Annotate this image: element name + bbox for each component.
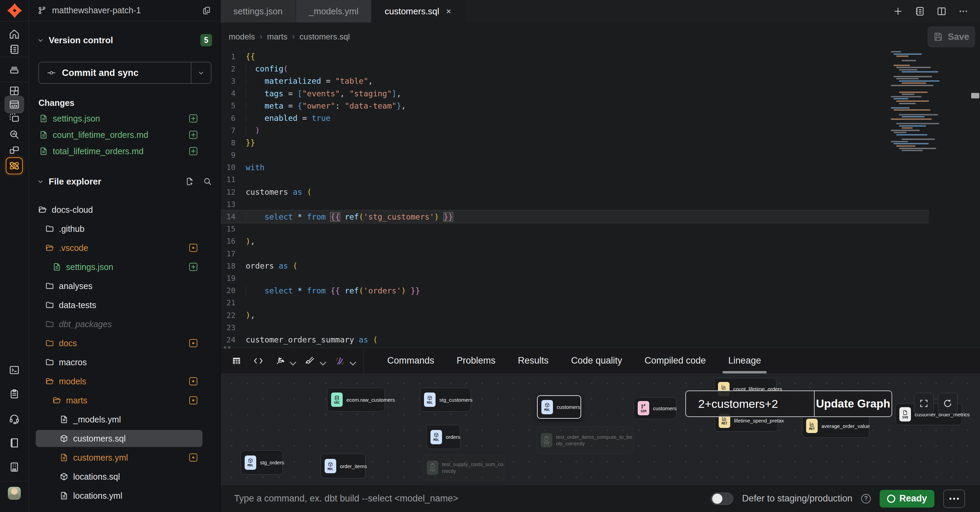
changed-file-row[interactable]: count_lifetime_orders.md xyxy=(29,127,220,143)
code-line[interactable]: 17 xyxy=(221,247,929,260)
code-line[interactable]: 22), xyxy=(221,309,929,321)
layers-icon[interactable] xyxy=(9,64,20,75)
commit-dropdown-button[interactable] xyxy=(191,62,211,83)
tab--models-yml[interactable]: _models.yml xyxy=(296,0,372,22)
open-files-icon[interactable] xyxy=(915,6,925,16)
lineage-node-average-order-value[interactable]: METaverage_order_value xyxy=(802,414,869,438)
dashboard-grid-icon[interactable] xyxy=(9,85,20,96)
panel-tab-results[interactable]: Results xyxy=(507,348,560,373)
panel-tab-problems[interactable]: Problems xyxy=(445,348,507,373)
breadcrumb-item[interactable]: models xyxy=(229,32,255,41)
headset-icon[interactable] xyxy=(9,413,20,424)
split-editor-icon[interactable] xyxy=(937,6,947,16)
minimap[interactable] xyxy=(891,51,942,154)
panel-tab-lineage[interactable]: Lineage xyxy=(717,348,772,373)
code-line[interactable]: 13 xyxy=(221,198,929,211)
results-table-icon[interactable] xyxy=(231,356,242,366)
lineage-node-test-supply-costs-sum-correctly[interactable]: TSTtest_supply_costs_sum_correctly xyxy=(423,455,504,480)
breadcrumb-item[interactable]: marts xyxy=(267,32,288,41)
tree-item-docs[interactable]: docs xyxy=(29,333,220,352)
code-line[interactable]: 7 ) xyxy=(221,124,929,137)
search-icon[interactable] xyxy=(203,177,212,186)
commit-and-sync-button[interactable]: Commit and sync xyxy=(38,62,211,84)
terminal-icon[interactable] xyxy=(9,365,20,375)
tree-item-marts[interactable]: marts xyxy=(29,391,220,410)
lineage-node-ecom-raw-customers[interactable]: SRCecom.raw_customers xyxy=(327,388,385,412)
code-line[interactable]: 3 materialized = "table", xyxy=(221,75,929,87)
overflow-menu-icon[interactable] xyxy=(958,6,969,16)
more-options-button[interactable] xyxy=(943,490,965,508)
lineage-panel[interactable]: SRCecom.raw_customersMDLstg_customersMDL… xyxy=(221,373,980,485)
defer-toggle[interactable] xyxy=(711,493,733,505)
atom-icon[interactable] xyxy=(6,157,23,174)
code-line[interactable]: 9 xyxy=(221,149,929,161)
tab-customers-sql[interactable]: customers.sql× xyxy=(372,0,465,22)
code-line[interactable]: 6 enabled = true xyxy=(221,112,929,124)
close-icon[interactable]: × xyxy=(446,6,451,17)
code-editor-icon[interactable] xyxy=(5,96,24,113)
help-icon[interactable]: ? xyxy=(861,494,871,504)
changed-file-row[interactable]: settings.json xyxy=(29,110,220,127)
tree-item-models[interactable]: models xyxy=(29,372,220,391)
code-line[interactable]: 16), xyxy=(221,235,929,247)
code-tag-icon[interactable] xyxy=(253,356,263,366)
code-line[interactable]: 2 config( xyxy=(221,63,929,75)
tree-item-macros[interactable]: macros xyxy=(29,352,220,372)
status-badge[interactable]: Ready xyxy=(880,490,934,507)
canvas-icon[interactable] xyxy=(9,113,20,124)
code-line[interactable]: 15 xyxy=(221,223,929,235)
code-line[interactable]: 11 xyxy=(221,174,929,186)
building-icon[interactable] xyxy=(9,462,20,472)
code-line[interactable]: 4 tags = ["events", "staging"], xyxy=(221,88,929,100)
tree-item-analyses[interactable]: analyses xyxy=(29,276,220,295)
lineage-node-stg-orders[interactable]: MDLstg_orders xyxy=(240,450,283,475)
code-line[interactable]: 20 select * from {{ ref('orders') }} xyxy=(221,285,929,297)
panel-tab-code-quality[interactable]: Code quality xyxy=(560,348,633,373)
tree-item-locations-yml[interactable]: locations.yml xyxy=(29,486,220,505)
tree-item-settings-json[interactable]: settings.json xyxy=(29,257,220,276)
tree-item-customers-yml[interactable]: customers.yml xyxy=(29,448,220,467)
code-editor[interactable]: models›marts›customers.sql 1{{2 config(3… xyxy=(221,22,980,348)
panel-resize-grip[interactable] xyxy=(224,346,233,349)
build-wrench-button[interactable] xyxy=(275,356,293,366)
book-icon[interactable] xyxy=(9,437,20,448)
lineage-node-test-order-items-compute-to-bools-correctly[interactable]: TSTtest_order_items_compute_to_bools_cor… xyxy=(537,427,633,454)
lineage-node-order-items[interactable]: MDLorder_items xyxy=(321,454,366,478)
tree-item--models-yml[interactable]: _models.yml xyxy=(29,410,220,429)
code-line[interactable]: 24customer_orders_summary as ( xyxy=(221,333,929,346)
tab-settings-json[interactable]: settings.json xyxy=(221,0,296,22)
save-button[interactable]: Save xyxy=(928,26,975,47)
code-line[interactable]: 1{{ xyxy=(221,50,929,63)
changed-file-row[interactable]: total_lifetime_orders.md xyxy=(29,143,220,160)
tree-item--github[interactable]: .github xyxy=(29,219,220,238)
explore-search-icon[interactable] xyxy=(9,129,20,140)
clipboard-icon[interactable] xyxy=(9,388,20,399)
fullscreen-button[interactable] xyxy=(914,393,934,414)
panel-tab-commands[interactable]: Commands xyxy=(376,348,445,373)
notebook-icon[interactable] xyxy=(9,44,20,55)
new-tab-plus-icon[interactable] xyxy=(893,6,903,16)
code-line[interactable]: 10with xyxy=(221,161,929,174)
tree-item-data-tests[interactable]: data-tests xyxy=(29,295,220,314)
format-brush-button[interactable] xyxy=(305,356,323,366)
tree-item-locations-sql[interactable]: locations.sql xyxy=(29,467,220,486)
breadcrumb-item[interactable]: customers.sql xyxy=(299,32,350,41)
code-line[interactable]: 23 xyxy=(221,321,929,333)
branch-row[interactable]: matthewshaver-patch-1 xyxy=(29,0,220,21)
lineage-node-customers[interactable]: MDLcustomers xyxy=(537,395,581,419)
refresh-button[interactable] xyxy=(938,393,958,414)
update-graph-button[interactable]: Update Graph xyxy=(814,391,891,416)
command-input[interactable]: Type a command, ex. dbt build --select <… xyxy=(234,493,711,504)
code-line[interactable]: 14 select * from {{ ref('stg_customers')… xyxy=(221,211,929,223)
tree-item-dbt-packages[interactable]: dbt_packages xyxy=(29,314,220,333)
scrollbar-thumb[interactable] xyxy=(971,93,979,98)
tree-item-docs-cloud[interactable]: docs-cloud xyxy=(29,200,220,219)
lineage-node-customers[interactable]: SEMcustomers xyxy=(633,397,676,419)
code-line[interactable]: 19 xyxy=(221,272,929,284)
panel-tab-compiled-code[interactable]: Compiled code xyxy=(633,348,717,373)
lineage-selector-input[interactable]: 2+customers+2 xyxy=(686,397,814,411)
new-file-icon[interactable] xyxy=(185,177,194,186)
tree-item--vscode[interactable]: .vscode xyxy=(29,238,220,257)
ai-wand-button[interactable] xyxy=(335,356,353,366)
file-explorer-header[interactable]: File explorer xyxy=(29,174,220,189)
